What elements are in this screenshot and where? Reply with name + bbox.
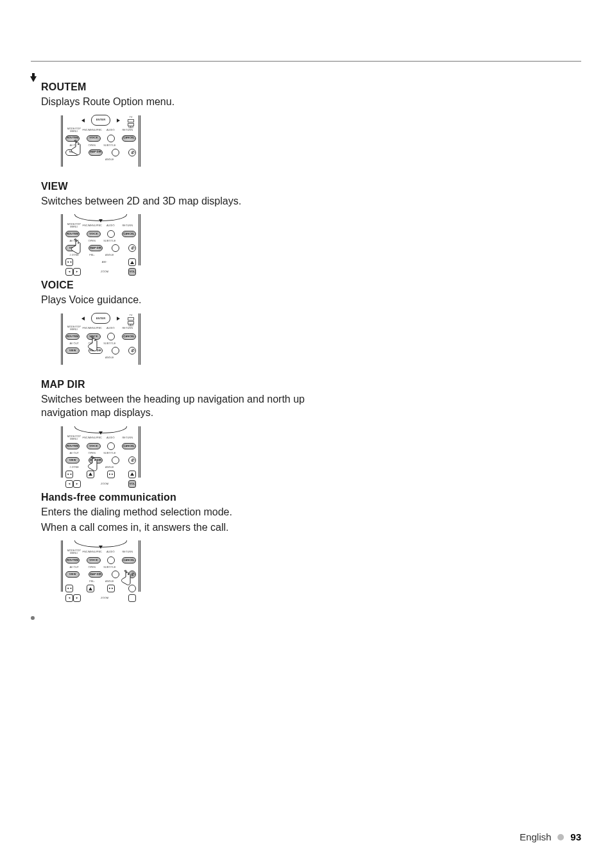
routem-button: ROUTEM	[65, 443, 80, 449]
section-handsfree: Hands-free communication Enters the dial…	[41, 492, 310, 592]
angle-label: ANGLE	[101, 158, 119, 161]
remote-diagram-voice: ENTER TV NAVI MODE/TOP MENU FNC/MENU/PBC…	[61, 313, 140, 365]
mapdir-heading: MAP DIR	[41, 379, 310, 390]
enter-button: ENTER	[91, 313, 110, 324]
routem-button: ROUTEM	[65, 231, 80, 237]
tv-navi-switch: TV NAVI	[128, 315, 134, 328]
phone-icon: ✆	[128, 244, 136, 252]
view-button: VIEW	[65, 245, 80, 251]
down-arc-arrow	[74, 540, 127, 547]
cancel-button: CANCEL	[122, 231, 136, 237]
cancel-button: CANCEL	[122, 443, 136, 449]
footer-language: English	[520, 831, 551, 842]
mapdir-button: MAP DIR	[89, 457, 103, 463]
view-heading: VIEW	[41, 181, 310, 192]
audio-button	[107, 135, 115, 142]
section-tab-marker	[30, 76, 37, 82]
down-arc-arrow	[74, 426, 127, 433]
navi-label: NAVI	[128, 127, 133, 129]
down-arc-arrow	[74, 214, 127, 221]
handsfree-heading: Hands-free communication	[41, 492, 310, 503]
view-button: VIEW	[65, 457, 80, 463]
view-button: VIEW	[65, 347, 80, 354]
view-button: VIEW	[65, 571, 80, 578]
tv-label: TV	[130, 117, 133, 119]
remote-diagram-handsfree: MODE/TOP MENU FNC/MENU/PBC AUDIO RETURN …	[61, 540, 140, 592]
page-footer: English 93	[520, 831, 581, 842]
voice-heading: VOICE	[41, 280, 310, 291]
footer-page-number: 93	[570, 831, 581, 842]
mapdir-button: MAP DIR	[89, 245, 103, 251]
subtitle-button	[112, 149, 119, 156]
audio-label: AUDIO	[102, 129, 119, 131]
voice-button: VOICE	[87, 443, 101, 449]
arrow-left-icon	[81, 119, 85, 122]
mode-top-menu-label: MODE/TOP MENU	[65, 128, 83, 133]
av-out-label: AV OUT	[65, 144, 83, 147]
voice-button: VOICE	[87, 333, 101, 340]
vol-button: VOL	[128, 480, 136, 488]
phone-icon: ✆	[128, 347, 136, 355]
phone-icon: ✆	[128, 571, 136, 578]
cancel-button: CANCEL	[122, 135, 136, 142]
subtitle-label: SUBTITLE	[101, 144, 119, 147]
header-rule	[31, 61, 581, 62]
voice-button: VOICE	[87, 231, 101, 237]
section-routem: ROUTEM Displays Route Option menu. ENTER…	[41, 81, 310, 167]
enter-button: ENTER	[91, 115, 110, 126]
vol-button: VOL	[128, 268, 136, 276]
mapdir-button: MAP DIR	[89, 571, 103, 578]
remote-diagram-routem: ENTER TV NAVI MODE/TOP MENU FNC/MENU/PBC…	[61, 115, 140, 167]
handsfree-desc-1: Enters the dialing method selection mode…	[41, 505, 310, 519]
mapdir-button: MAP DIR	[89, 347, 103, 354]
page-content: ROUTEM Displays Route Option menu. ENTER…	[41, 81, 310, 606]
routem-button: ROUTEM	[65, 557, 80, 563]
routem-button: ROUTEM	[65, 135, 80, 142]
remote-diagram-mapdir: MODE/TOP MENU FNC/MENU/PBC AUDIO RETURN …	[61, 426, 140, 478]
section-mapdir: MAP DIR Switches between the heading up …	[41, 379, 310, 478]
footer-bullet-icon	[557, 834, 564, 840]
open-label: OPEN	[83, 144, 101, 147]
cancel-button: CANCEL	[122, 333, 136, 340]
cancel-button: CANCEL	[122, 557, 136, 563]
routem-heading: ROUTEM	[41, 81, 310, 93]
mapdir-desc: Switches between the heading up navigati…	[41, 392, 310, 420]
voice-button: VOICE	[87, 557, 101, 563]
margin-dot-icon	[31, 616, 35, 620]
fnc-menu-pbc-label: FNC/MENU/PBC	[83, 129, 102, 131]
routem-button: ROUTEM	[65, 333, 80, 340]
view-desc: Switches between 2D and 3D map displays.	[41, 194, 310, 208]
voice-button: VOICE	[87, 135, 101, 142]
phone-icon: ✆	[128, 149, 136, 156]
mapdir-button: MAP DIR	[89, 149, 103, 156]
section-voice: VOICE Plays Voice guidance. ENTER TV NAV…	[41, 280, 310, 365]
routem-desc: Displays Route Option menu.	[41, 95, 310, 109]
section-view: VIEW Switches between 2D and 3D map disp…	[41, 181, 310, 266]
tv-navi-switch: TV NAVI	[128, 117, 134, 129]
voice-desc: Plays Voice guidance.	[41, 293, 310, 307]
remote-diagram-view: MODE/TOP MENU FNC/MENU/PBC AUDIO RETURN …	[61, 214, 140, 265]
phone-icon: ✆	[128, 456, 136, 464]
arrow-right-icon	[117, 119, 120, 122]
handsfree-desc-2: When a call comes in, it answers the cal…	[41, 521, 310, 535]
view-button: VIEW	[65, 149, 80, 156]
